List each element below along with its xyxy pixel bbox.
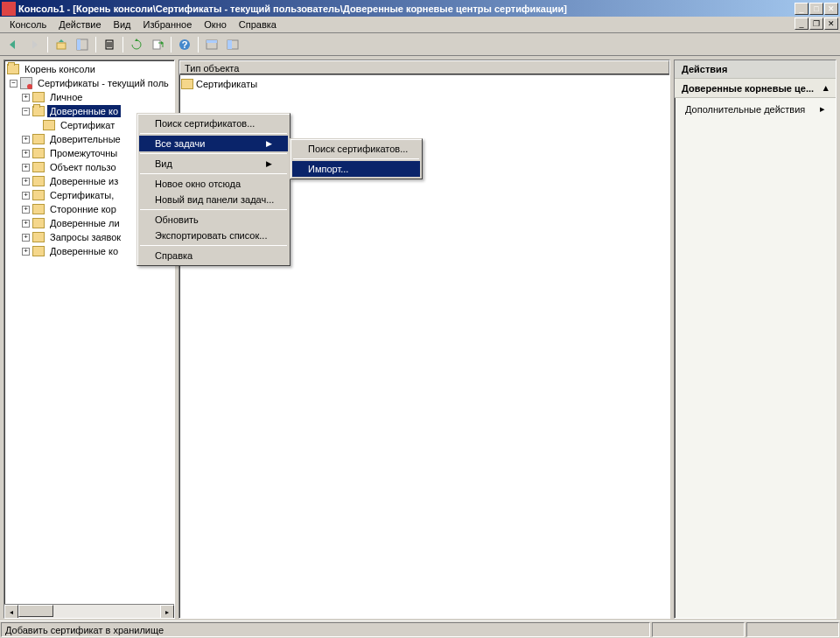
collapse-icon[interactable]: − — [10, 80, 18, 88]
cm-export-list[interactable]: Экспортировать список... — [139, 228, 288, 243]
tree-item-personal[interactable]: + Личное — [4, 90, 174, 104]
export-button[interactable] — [148, 35, 167, 54]
submenu: Поиск сертификатов... Импорт... — [290, 138, 423, 179]
tree-certs[interactable]: − Сертификаты - текущий поль — [4, 76, 174, 90]
folder-icon — [32, 176, 45, 186]
folder-icon — [43, 120, 55, 130]
menu-help[interactable]: Справка — [233, 18, 283, 32]
delete-button[interactable] — [100, 35, 119, 54]
cm-all-tasks[interactable]: Все задачи▶ — [139, 136, 288, 151]
folder-icon — [32, 190, 45, 200]
tree-item-label: Промежуточны — [47, 147, 120, 159]
expand-icon[interactable]: + — [22, 234, 30, 242]
expand-icon[interactable]: + — [22, 164, 30, 172]
title-bar: Консоль1 - [Корень консоли\Сертификаты -… — [0, 0, 840, 17]
expand-icon[interactable]: + — [22, 248, 30, 256]
cm-new-window[interactable]: Новое окно отсюда — [139, 176, 288, 192]
expand-icon[interactable]: + — [22, 94, 30, 102]
toolbar: ? — [0, 33, 840, 56]
cm-find-certs[interactable]: Поиск сертификатов... — [139, 116, 288, 131]
svg-text:?: ? — [182, 39, 188, 50]
tree-item-label: Сертификат — [58, 119, 117, 131]
tree-root-label: Корень консоли — [22, 63, 98, 75]
tree-item-label: Личное — [47, 91, 85, 103]
refresh-button[interactable] — [127, 35, 146, 54]
folder-icon — [32, 106, 45, 116]
expand-icon[interactable]: + — [22, 178, 30, 186]
status-text: Добавить сертификат в хранилище — [1, 622, 650, 637]
svg-rect-2 — [77, 39, 80, 50]
expand-icon[interactable]: + — [22, 136, 30, 144]
extra-button-1[interactable] — [202, 35, 221, 54]
folder-icon — [7, 64, 19, 74]
tree-certs-label: Сертификаты - текущий поль — [35, 77, 172, 89]
scroll-right-button[interactable]: ▸ — [160, 605, 174, 619]
folder-icon — [32, 204, 45, 214]
column-header-type[interactable]: Тип объекта — [179, 60, 669, 74]
list-row-certificates[interactable]: Сертификаты — [181, 77, 668, 91]
scroll-thumb[interactable] — [18, 605, 53, 617]
tree-root[interactable]: Корень консоли — [4, 62, 174, 76]
actions-more[interactable]: Дополнительные действия ▸ — [675, 98, 836, 120]
mdi-close-button[interactable]: ✕ — [824, 18, 838, 30]
minimize-button[interactable]: _ — [794, 3, 808, 15]
submenu-arrow-icon: ▶ — [266, 159, 272, 168]
cm-help[interactable]: Справка — [139, 248, 288, 263]
menu-bar: Консоль Действие Вид Избранное Окно Спра… — [0, 17, 840, 33]
cm-refresh[interactable]: Обновить — [139, 212, 288, 228]
sm-import[interactable]: Импорт... — [292, 161, 420, 177]
submenu-arrow-icon: ▶ — [266, 139, 272, 148]
folder-icon — [32, 218, 45, 228]
actions-title: Действия — [675, 60, 836, 79]
sm-find-certs[interactable]: Поиск сертификатов... — [292, 141, 420, 157]
arrow-icon: ▸ — [820, 103, 825, 115]
status-bar: Добавить сертификат в хранилище — [0, 620, 840, 638]
menu-favorites[interactable]: Избранное — [137, 18, 199, 32]
show-hide-tree-button[interactable] — [73, 35, 92, 54]
tree-item-label: Объект пользо — [47, 161, 119, 173]
context-menu: Поиск сертификатов... Все задачи▶ Вид▶ Н… — [136, 113, 290, 266]
status-cell-1 — [652, 622, 745, 637]
expand-icon[interactable]: + — [22, 150, 30, 158]
menu-console[interactable]: Консоль — [4, 18, 52, 32]
folder-icon — [32, 148, 45, 158]
cm-new-taskpad[interactable]: Новый вид панели задач... — [139, 192, 288, 207]
close-button[interactable]: ✕ — [824, 3, 838, 15]
tree-item-label: Доверенные ко — [47, 245, 121, 257]
expand-icon[interactable]: + — [22, 206, 30, 214]
menu-action[interactable]: Действие — [52, 18, 107, 32]
folder-icon — [181, 79, 193, 89]
svg-rect-7 — [153, 40, 160, 49]
expand-icon[interactable]: + — [22, 220, 30, 228]
folder-icon — [32, 134, 45, 144]
help-button[interactable]: ? — [175, 35, 194, 54]
mdi-restore-button[interactable]: ❐ — [809, 18, 823, 30]
svg-rect-0 — [57, 43, 66, 49]
window-buttons: _ □ ✕ — [794, 3, 838, 15]
collapse-icon[interactable]: − — [22, 108, 30, 116]
menu-view[interactable]: Вид — [108, 18, 137, 32]
window-title: Консоль1 - [Корень консоли\Сертификаты -… — [18, 4, 794, 14]
tree-item-label: Сторонние кор — [47, 203, 119, 215]
expand-icon[interactable]: + — [22, 192, 30, 200]
extra-button-2[interactable] — [223, 35, 242, 54]
collapse-icon: ▴ — [823, 82, 829, 94]
tree-item-label: Доверенные ли — [47, 217, 122, 229]
tree-scrollbar[interactable]: ◂ ▸ — [4, 604, 174, 618]
app-icon — [2, 2, 16, 16]
folder-icon — [32, 232, 45, 242]
back-button[interactable] — [4, 35, 23, 54]
folder-icon — [32, 162, 45, 172]
maximize-button[interactable]: □ — [809, 3, 823, 15]
svg-rect-11 — [206, 40, 217, 43]
mdi-minimize-button[interactable]: _ — [794, 18, 808, 30]
folder-icon — [32, 246, 45, 256]
actions-subtitle[interactable]: Доверенные корневые це... ▴ — [675, 79, 836, 98]
menu-window[interactable]: Окно — [198, 18, 233, 32]
list-row-label: Сертификаты — [196, 79, 257, 89]
up-button[interactable] — [52, 35, 71, 54]
folder-icon — [32, 92, 45, 102]
forward-button[interactable] — [24, 35, 44, 54]
scroll-left-button[interactable]: ◂ — [4, 605, 18, 619]
cm-view[interactable]: Вид▶ — [139, 156, 288, 172]
